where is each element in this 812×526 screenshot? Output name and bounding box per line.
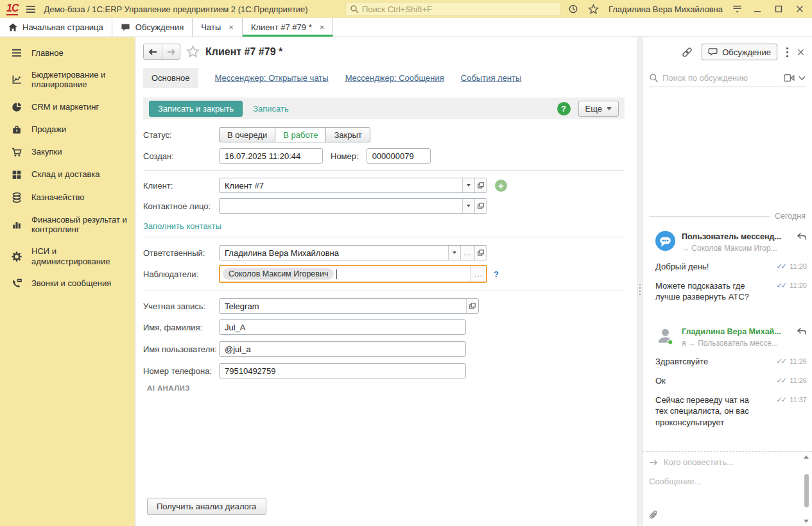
add-client-button[interactable]: + [495, 180, 507, 192]
number-input[interactable] [367, 149, 430, 163]
sidebar-item-purchases[interactable]: Закупки [0, 141, 135, 164]
watcher-tag[interactable]: Соколов Максим Игоревич [223, 268, 334, 280]
get-dialog-analysis-button[interactable]: Получить анализ диалога [147, 498, 266, 515]
save-and-close-button[interactable]: Записать и закрыть [149, 101, 243, 117]
discussion-search-input[interactable] [662, 73, 780, 83]
link-icon[interactable] [681, 46, 693, 58]
scroll-down-icon[interactable] [804, 520, 809, 523]
sidebar-item-calls-messages[interactable]: Звонки и сообщения [0, 272, 135, 295]
contact-person-field [219, 198, 487, 214]
global-search-input[interactable] [362, 4, 557, 14]
message-time: 11:26 [790, 357, 807, 365]
global-search[interactable] [345, 2, 561, 16]
tab-home[interactable]: Начальная страница [0, 18, 112, 37]
discussion-toggle-button[interactable]: Обсуждение [702, 44, 777, 60]
tab-osnovnoe[interactable]: Основное [143, 68, 198, 88]
status-option-in-progress[interactable]: В работе [275, 127, 326, 142]
save-button[interactable]: Записать [253, 104, 289, 114]
splitter-handle[interactable] [639, 284, 641, 295]
divider [143, 237, 625, 237]
bar-chart-icon [11, 219, 23, 230]
status-label: Статус: [143, 130, 219, 140]
full-name-input[interactable] [220, 320, 465, 334]
chat-message: Можете подсказать где лучше развернуть А… [655, 280, 807, 302]
responsible-input[interactable] [220, 246, 448, 260]
responsible-dropdown-button[interactable] [448, 246, 460, 260]
close-window-button[interactable] [794, 3, 806, 15]
close-tab-icon[interactable]: × [229, 22, 234, 32]
account-open-button[interactable] [466, 299, 478, 313]
forward-button[interactable] [162, 44, 180, 59]
contact-open-button[interactable] [474, 199, 487, 213]
sidebar-item-main[interactable]: Главное [0, 42, 135, 64]
sidebar-item-label: Склад и доставка [31, 169, 100, 180]
sidebar-item-financial-result[interactable]: Финансовый результат и контроллинг [0, 209, 135, 241]
tab-messenger-open-chats[interactable]: Мессенджер: Открытые чаты [215, 73, 329, 83]
sidebar-item-nsi-admin[interactable]: НСИ и администрирование [0, 241, 135, 272]
status-option-queued[interactable]: В очереди [219, 127, 275, 142]
message-time: 11:26 [790, 377, 807, 384]
close-panel-icon[interactable] [797, 49, 804, 56]
sidebar-item-crm[interactable]: CRM и маркетинг [0, 96, 135, 119]
back-button[interactable] [144, 44, 162, 59]
fill-contacts-link[interactable]: Заполнить контакты [143, 221, 221, 231]
notify-placeholder: Кого оповестить... [664, 457, 734, 467]
scrollbar-thumb[interactable] [804, 474, 809, 507]
reply-icon[interactable] [797, 327, 807, 335]
chevron-down-icon[interactable] [799, 76, 806, 81]
contact-dropdown-button[interactable] [462, 199, 474, 213]
help-button[interactable]: ? [557, 102, 571, 115]
tab-messenger-messages[interactable]: Мессенджер: Сообщения [345, 73, 444, 83]
username-label: Имя пользователя: [143, 344, 219, 354]
chat-message: Добрый день! ✓✓11:20 [655, 261, 807, 272]
username-input[interactable] [220, 342, 465, 356]
kebab-menu-icon[interactable] [786, 47, 789, 58]
discussion-search [649, 69, 806, 87]
tab-chats[interactable]: Чаты × [193, 18, 243, 37]
tab-feed-events[interactable]: События ленты [461, 73, 522, 83]
account-input[interactable] [220, 299, 466, 313]
watchers-field[interactable]: Соколов Максим Игоревич ... [219, 265, 487, 283]
created-input[interactable] [220, 149, 322, 163]
client-dropdown-button[interactable] [462, 178, 474, 192]
more-button[interactable]: Еще [578, 101, 619, 117]
user-name[interactable]: Гладилина Вера Михайловна [609, 4, 723, 14]
history-icon[interactable] [568, 4, 578, 14]
sidebar-item-treasury[interactable]: Казначейство [0, 186, 135, 209]
service-menu-icon[interactable] [732, 4, 742, 14]
tab-client-79[interactable]: Клиент #7 #79 * × [243, 18, 333, 37]
message-input-field[interactable]: Сообщение... [649, 477, 797, 486]
contact-person-input[interactable] [220, 199, 462, 213]
scroll-up-icon[interactable] [804, 455, 809, 459]
client-open-button[interactable] [474, 178, 487, 192]
author-name[interactable]: Пользователь мессенд... [682, 232, 781, 241]
maximize-button[interactable] [773, 3, 784, 15]
favorite-star-icon[interactable] [186, 45, 200, 58]
client-input[interactable] [220, 178, 462, 192]
sidebar-item-sales[interactable]: Продажи [0, 119, 135, 141]
notify-field[interactable]: Кого оповестить... [649, 457, 797, 467]
responsible-open-button[interactable] [474, 246, 487, 260]
watchers-help-link[interactable]: ? [494, 269, 499, 279]
reply-icon[interactable] [797, 232, 807, 241]
hamburger-menu-icon[interactable] [26, 5, 36, 13]
favorites-star-icon[interactable] [588, 4, 599, 15]
minimize-button[interactable] [752, 3, 763, 15]
tab-discussions[interactable]: Обсуждения [112, 18, 193, 37]
composer-scrollbar[interactable] [802, 455, 810, 523]
close-tab-icon[interactable]: × [320, 22, 325, 32]
full-name-label: Имя, фамилия: [143, 323, 219, 332]
video-call-icon[interactable] [784, 74, 795, 82]
sidebar-item-budgeting[interactable]: Бюджетирование и планирование [0, 64, 135, 96]
divider [143, 291, 625, 291]
status-option-closed[interactable]: Закрыт [325, 127, 370, 142]
watchers-select-button[interactable]: ... [471, 266, 486, 282]
sidebar-item-warehouse[interactable]: Склад и доставка [0, 164, 135, 186]
phone-input[interactable] [220, 364, 465, 378]
responsible-select-button[interactable]: ... [460, 246, 474, 260]
read-check-icon: ✓✓ [776, 281, 787, 290]
attach-paperclip-icon[interactable] [648, 510, 659, 521]
author-name[interactable]: Гладилина Вера Михай... [682, 327, 781, 336]
discussion-header: Обсуждение [681, 44, 804, 60]
panel-splitter[interactable] [637, 37, 643, 526]
